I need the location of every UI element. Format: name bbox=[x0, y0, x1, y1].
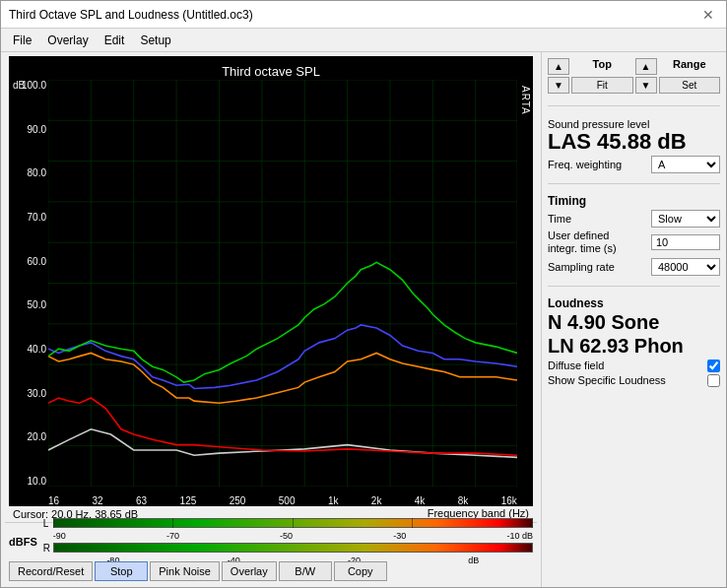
menu-file[interactable]: File bbox=[5, 32, 39, 49]
main-window: Third Octave SPL and Loudness (Untitled.… bbox=[0, 0, 727, 588]
y-label-90: 90.0 bbox=[11, 124, 46, 135]
range-label: Range bbox=[659, 58, 721, 75]
time-label: Time bbox=[548, 213, 571, 225]
freq-weighting-row: Freq. weighting A C Z bbox=[548, 156, 720, 173]
range-up-button[interactable]: ▲ bbox=[635, 58, 657, 75]
loudness-section-label: Loudness bbox=[548, 296, 720, 310]
right-panel: ▲ Top ▲ Range ▼ Fit ▼ Set Sound pressure… bbox=[541, 52, 726, 587]
fit-button[interactable]: Fit bbox=[571, 77, 633, 94]
x-label-2k: 2k bbox=[371, 495, 382, 506]
copy-button[interactable]: Copy bbox=[334, 561, 387, 581]
sampling-rate-row: Sampling rate 48000 44100 96000 bbox=[548, 258, 720, 276]
set-button[interactable]: Set bbox=[659, 77, 721, 94]
y-label-20: 20.0 bbox=[11, 431, 46, 442]
menu-overlay[interactable]: Overlay bbox=[39, 32, 96, 49]
top-up-button[interactable]: ▲ bbox=[548, 58, 569, 75]
menu-edit[interactable]: Edit bbox=[97, 32, 133, 49]
time-select[interactable]: Slow Fast Impulse bbox=[651, 210, 720, 228]
user-defined-row: User defined integr. time (s) bbox=[548, 229, 720, 255]
y-label-10: 10.0 bbox=[11, 476, 46, 487]
freq-weighting-select[interactable]: A C Z bbox=[651, 156, 720, 173]
grid-area bbox=[48, 80, 517, 487]
stop-button[interactable]: Stop bbox=[95, 561, 148, 581]
y-label-60: 60.0 bbox=[11, 256, 46, 267]
loudness-value-line2: LN 62.93 Phon bbox=[548, 334, 720, 358]
dBFS-tick-L-30: -30 bbox=[393, 531, 406, 541]
window-title: Third Octave SPL and Loudness (Untitled.… bbox=[9, 8, 253, 22]
chart-area: dB Third octave SPL 100.0 90.0 80.0 70.0… bbox=[1, 52, 541, 587]
timing-label: Timing bbox=[548, 194, 720, 208]
x-label-4k: 4k bbox=[415, 495, 426, 506]
chart-container: dB Third octave SPL 100.0 90.0 80.0 70.0… bbox=[9, 56, 533, 506]
show-specific-row: Show Specific Loudness bbox=[548, 374, 720, 387]
close-button[interactable]: ✕ bbox=[698, 5, 718, 25]
bw-button[interactable]: B/W bbox=[279, 561, 332, 581]
main-content: dB Third octave SPL 100.0 90.0 80.0 70.0… bbox=[1, 52, 726, 587]
record-reset-button[interactable]: Record/Reset bbox=[9, 561, 93, 581]
range-down-button[interactable]: ▼ bbox=[635, 77, 657, 94]
loudness-value-line1: N 4.90 Sone bbox=[548, 310, 720, 334]
x-label-16: 16 bbox=[48, 495, 59, 506]
time-row: Time Slow Fast Impulse bbox=[548, 210, 720, 228]
arta-label: ARTA bbox=[520, 86, 531, 115]
x-label-250: 250 bbox=[230, 495, 246, 506]
y-label-70: 70.0 bbox=[11, 212, 46, 223]
dBFS-bar: dBFS L bbox=[5, 522, 537, 559]
x-label-63: 63 bbox=[136, 495, 147, 506]
y-label-50: 50.0 bbox=[11, 299, 46, 310]
x-label-16k: 16k bbox=[501, 495, 517, 506]
timing-section: Timing Time Slow Fast Impulse User defin… bbox=[548, 192, 720, 277]
dBFS-label: dBFS bbox=[9, 536, 37, 548]
y-label-40: 40.0 bbox=[11, 344, 46, 355]
menu-setup[interactable]: Setup bbox=[132, 32, 178, 49]
pink-noise-button[interactable]: Pink Noise bbox=[150, 561, 220, 581]
loudness-section: Loudness N 4.90 Sone LN 62.93 Phon Diffu… bbox=[548, 294, 720, 389]
bottom-buttons: Record/Reset Stop Pink Noise Overlay B/W… bbox=[5, 559, 537, 583]
title-bar: Third Octave SPL and Loudness (Untitled.… bbox=[1, 1, 726, 29]
dBFS-tick-L-70: -70 bbox=[166, 531, 179, 541]
spl-section: Sound pressure level LAS 45.88 dB Freq. … bbox=[548, 114, 720, 175]
dBFS-tick-L-10: -10 dB bbox=[506, 531, 533, 541]
spl-value: LAS 45.88 dB bbox=[548, 130, 720, 154]
level-meter: L bbox=[43, 518, 533, 565]
y-label-100: 100.0 bbox=[11, 80, 46, 91]
top-down-button[interactable]: ▼ bbox=[548, 77, 569, 94]
freq-weighting-label: Freq. weighting bbox=[548, 159, 622, 170]
chart-svg bbox=[48, 80, 517, 487]
show-specific-checkbox[interactable] bbox=[707, 374, 720, 387]
x-label-1k: 1k bbox=[328, 495, 339, 506]
menu-bar: File Overlay Edit Setup bbox=[1, 29, 726, 52]
x-label-500: 500 bbox=[279, 495, 296, 506]
dBFS-tick-L-50: -50 bbox=[280, 531, 293, 541]
x-label-32: 32 bbox=[93, 495, 103, 506]
y-label-30: 30.0 bbox=[11, 388, 46, 399]
sampling-rate-label: Sampling rate bbox=[548, 261, 615, 273]
sampling-rate-select[interactable]: 48000 44100 96000 bbox=[651, 258, 720, 276]
x-label-125: 125 bbox=[180, 495, 197, 506]
chart-title: Third octave SPL bbox=[9, 60, 533, 81]
diffuse-field-row: Diffuse field bbox=[548, 359, 720, 372]
nav-controls: ▲ Top ▲ Range ▼ Fit ▼ Set bbox=[548, 58, 720, 94]
user-defined-input[interactable] bbox=[651, 234, 720, 250]
overlay-button[interactable]: Overlay bbox=[222, 561, 277, 581]
y-label-80: 80.0 bbox=[11, 167, 46, 178]
y-axis: 100.0 90.0 80.0 70.0 60.0 50.0 40.0 30.0… bbox=[9, 56, 48, 506]
show-specific-label: Show Specific Loudness bbox=[548, 374, 666, 386]
x-label-8k: 8k bbox=[458, 495, 469, 506]
diffuse-field-label: Diffuse field bbox=[548, 359, 604, 371]
user-defined-label: User defined integr. time (s) bbox=[548, 229, 636, 255]
x-axis: 16 32 63 125 250 500 1k 2k 4k 8k 16k bbox=[48, 487, 517, 506]
top-label: Top bbox=[571, 58, 633, 75]
dBFS-tick-L-90: -90 bbox=[53, 531, 66, 541]
diffuse-field-checkbox[interactable] bbox=[707, 359, 720, 372]
